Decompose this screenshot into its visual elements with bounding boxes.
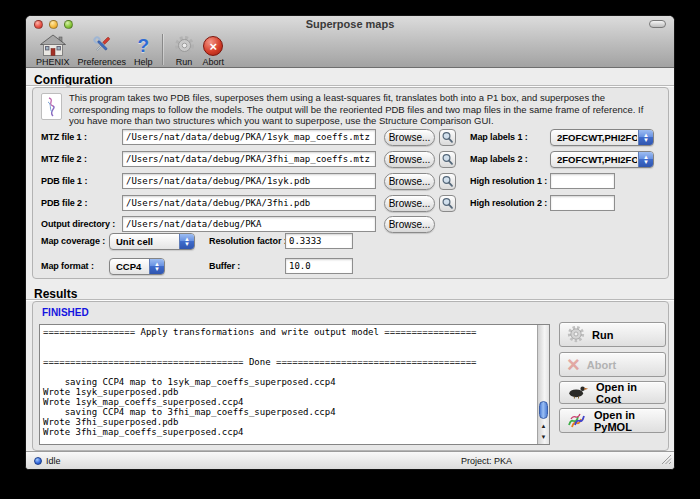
buffer-label: Buffer : xyxy=(209,258,240,275)
toolbar-phenix-button[interactable]: PHENIX xyxy=(32,32,74,67)
toolbar-separator xyxy=(162,34,163,65)
map-coverage-popup[interactable]: Unit cell ▲▼ xyxy=(109,233,195,250)
resolution-factor-label: Resolution factor : xyxy=(209,233,287,250)
abort-icon: × xyxy=(203,33,223,56)
program-ribbon-icon xyxy=(41,93,62,120)
magnifier-icon xyxy=(441,175,454,188)
output-directory-browse-button[interactable]: Browse... xyxy=(384,216,435,233)
abort-button-label: Abort xyxy=(587,359,616,371)
map-format-popup[interactable]: CCP4 ▲▼ xyxy=(109,258,165,275)
resolution-factor-input[interactable] xyxy=(285,233,353,249)
stepper-icon: ▲▼ xyxy=(638,130,653,145)
program-description: This program takes two PDB files, superp… xyxy=(69,92,649,127)
window-title: Superpose maps xyxy=(26,16,674,33)
status-dot-icon xyxy=(34,457,42,465)
home-icon xyxy=(40,33,66,56)
pdb-file-1-label: PDB file 1 : xyxy=(41,173,87,190)
toolbar-toggle-button[interactable] xyxy=(649,20,666,28)
results-panel: FINISHED ================= Apply transfo… xyxy=(32,301,669,451)
resize-grip[interactable] xyxy=(661,454,672,467)
magnifier-icon xyxy=(441,153,454,166)
map-coverage-label: Map coverage : xyxy=(41,233,105,250)
buffer-input[interactable] xyxy=(285,258,353,274)
stepper-icon: ▲▼ xyxy=(179,234,194,249)
open-in-coot-button[interactable]: Open in Coot xyxy=(559,381,666,404)
minimize-button[interactable] xyxy=(49,20,58,29)
toolbar-run-label: Run xyxy=(176,57,193,67)
log-output[interactable]: ================= Apply transformations … xyxy=(39,324,550,445)
map-labels-1-value: 2FOFCWT,PHI2FOF... xyxy=(557,130,637,145)
map-format-value: CCP4 xyxy=(116,259,148,274)
status-badge: FINISHED xyxy=(42,307,89,318)
configuration-panel: This program takes two PDB files, superp… xyxy=(32,87,669,279)
log-text: ================= Apply transformations … xyxy=(43,327,476,437)
pdb-file-2-input[interactable] xyxy=(122,195,376,211)
high-resolution-2-input[interactable] xyxy=(550,195,615,211)
map-labels-2-popup[interactable]: 2FOFCWT,PHI2FOF... ▲▼ xyxy=(550,151,654,168)
toolbar-preferences-button[interactable]: Preferences xyxy=(74,32,131,67)
scrollbar-thumb[interactable] xyxy=(539,401,548,419)
high-resolution-2-label: High resolution 2 : xyxy=(470,195,547,212)
mtz-file-2-label: MTZ file 2 : xyxy=(41,151,87,168)
pdb-file-2-inspect-button[interactable] xyxy=(439,195,456,212)
pdb-file-2-label: PDB file 2 : xyxy=(41,195,87,212)
output-directory-input[interactable] xyxy=(122,216,376,232)
magnifier-icon xyxy=(441,197,454,210)
window-chrome: Superpose maps PHENIX xyxy=(26,16,674,68)
magnifier-icon xyxy=(441,131,454,144)
gear-icon xyxy=(567,325,585,345)
high-resolution-1-label: High resolution 1 : xyxy=(470,173,547,190)
mtz-file-1-browse-button[interactable]: Browse... xyxy=(384,129,435,146)
mtz-file-2-input[interactable] xyxy=(122,151,376,167)
open-in-pymol-button[interactable]: Open in PyMOL xyxy=(559,408,666,433)
toolbar-preferences-label: Preferences xyxy=(78,57,127,67)
pdb-file-1-input[interactable] xyxy=(122,173,376,189)
scroll-up-arrow[interactable]: ▲ xyxy=(538,421,549,432)
abort-x-icon: × xyxy=(567,356,580,374)
toolbar-run-button[interactable]: Run xyxy=(170,32,199,67)
pymol-ribbon-icon xyxy=(567,411,587,431)
tools-icon xyxy=(90,33,114,56)
map-labels-2-label: Map labels 2 : xyxy=(470,151,528,168)
configuration-divider xyxy=(26,85,674,86)
mtz-file-2-inspect-button[interactable] xyxy=(439,151,456,168)
mtz-file-2-browse-button[interactable]: Browse... xyxy=(384,151,435,168)
gear-icon xyxy=(174,33,195,56)
map-labels-2-value: 2FOFCWT,PHI2FOF... xyxy=(557,152,637,167)
map-labels-1-popup[interactable]: 2FOFCWT,PHI2FOF... ▲▼ xyxy=(550,129,654,146)
coot-bird-icon xyxy=(567,384,589,401)
toolbar: PHENIX Preferences xyxy=(32,32,228,68)
toolbar-help-button[interactable]: ? Help xyxy=(130,32,157,67)
run-button-label: Run xyxy=(592,329,613,341)
stepper-icon: ▲▼ xyxy=(638,152,653,167)
pdb-file-1-inspect-button[interactable] xyxy=(439,173,456,190)
close-button[interactable] xyxy=(34,20,43,29)
titlebar[interactable]: Superpose maps xyxy=(26,16,674,32)
pdb-file-2-browse-button[interactable]: Browse... xyxy=(384,195,435,212)
mtz-file-1-inspect-button[interactable] xyxy=(439,129,456,146)
toolbar-abort-button[interactable]: × Abort xyxy=(199,32,229,67)
map-format-label: Map format : xyxy=(41,258,94,275)
scroll-down-arrow[interactable]: ▼ xyxy=(538,432,549,443)
mtz-file-1-input[interactable] xyxy=(122,129,376,145)
toolbar-abort-label: Abort xyxy=(203,57,225,67)
zoom-button[interactable] xyxy=(64,20,73,29)
coot-button-label: Open in Coot xyxy=(596,381,665,405)
toolbar-help-label: Help xyxy=(134,57,153,67)
toolbar-phenix-label: PHENIX xyxy=(36,57,70,67)
run-button[interactable]: Run xyxy=(559,322,666,347)
output-directory-label: Output directory : xyxy=(41,216,115,233)
project-label: Project: PKA xyxy=(461,456,512,466)
results-divider xyxy=(26,299,674,300)
console-scrollbar[interactable]: ▲ ▼ xyxy=(537,325,549,444)
stepper-icon: ▲▼ xyxy=(149,259,164,274)
status-bar: Idle Project: PKA xyxy=(26,451,674,469)
pdb-file-1-browse-button[interactable]: Browse... xyxy=(384,173,435,190)
high-resolution-1-input[interactable] xyxy=(550,173,615,189)
traffic-lights xyxy=(34,20,73,29)
status-text: Idle xyxy=(46,456,61,466)
help-icon: ? xyxy=(138,33,150,56)
map-labels-1-label: Map labels 1 : xyxy=(470,129,528,146)
mtz-file-1-label: MTZ file 1 : xyxy=(41,129,87,146)
abort-button[interactable]: × Abort xyxy=(559,352,666,377)
